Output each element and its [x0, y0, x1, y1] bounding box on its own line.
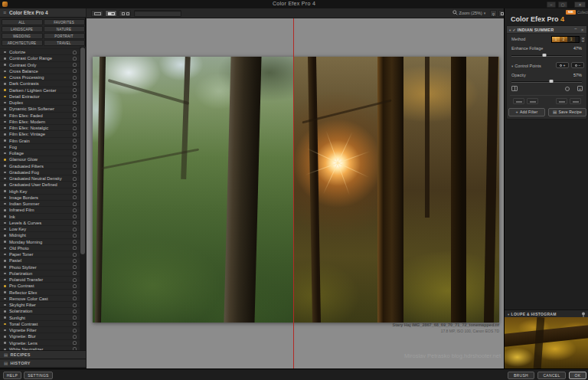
control-points-collapse-icon[interactable]: ▾	[511, 64, 513, 68]
filter-preview-icon[interactable]	[73, 76, 77, 80]
filter-item-low-key[interactable]: Low Key	[0, 226, 80, 232]
filter-item-fog[interactable]: Fog	[0, 144, 80, 150]
filter-item-paper-toner[interactable]: Paper Toner	[0, 251, 80, 257]
compare-button[interactable]	[134, 10, 181, 17]
filter-preview-icon[interactable]	[73, 240, 77, 244]
minimize-button[interactable]: –	[547, 2, 556, 8]
method-thumb-2[interactable]: 2	[560, 37, 567, 42]
filter-preview-icon[interactable]	[73, 303, 77, 307]
filter-item-darken-lighten-center[interactable]: Darken / Lighten Center	[0, 87, 80, 93]
filter-remove-icon[interactable]: ✕	[581, 26, 584, 34]
history-section[interactable]: ▤HISTORY	[0, 359, 86, 367]
filter-item-contrast-color-range[interactable]: Contrast Color Range	[0, 55, 80, 61]
filter-item-dark-contrasts[interactable]: Dark Contrasts	[0, 80, 80, 87]
zoom-control[interactable]: Zoom (25%)▾	[452, 10, 485, 17]
filter-item-ink[interactable]: Ink	[0, 214, 80, 220]
filter-item-pastel[interactable]: Pastel	[0, 257, 80, 264]
filter-item-midnight[interactable]: Midnight	[0, 232, 80, 238]
filter-preview-icon[interactable]	[73, 63, 77, 67]
enhance-foliage-slider[interactable]	[511, 54, 582, 57]
filter-preview-icon[interactable]	[73, 202, 77, 206]
filter-item-colorize[interactable]: Colorize	[0, 49, 80, 55]
filter-item-photo-stylizer[interactable]: Photo Stylizer	[0, 264, 80, 270]
loupe-collapse-icon[interactable]: ▾	[508, 313, 510, 316]
filter-preview-icon[interactable]	[73, 107, 77, 111]
filter-preview-icon[interactable]	[73, 271, 77, 275]
category-favorites[interactable]: FAVORITES	[44, 19, 85, 25]
filter-preview-icon[interactable]	[73, 57, 77, 61]
filter-item-indian-summer[interactable]: Indian Summer	[0, 201, 80, 207]
filter-preview-icon[interactable]	[73, 158, 77, 162]
close-button[interactable]: ✕	[574, 2, 586, 8]
filter-enabled-checkbox[interactable]: ✓	[512, 28, 515, 32]
filter-item-polarization[interactable]: Polarization	[0, 270, 80, 277]
filter-preview-icon[interactable]	[73, 94, 77, 98]
columns-icon[interactable]	[511, 86, 518, 91]
slider-thumb[interactable]	[543, 54, 547, 57]
filter-preview-icon[interactable]	[73, 195, 77, 199]
filter-card-header[interactable]: ▾✓INDIAN SUMMER − ✕	[507, 26, 586, 34]
filter-preview-icon[interactable]	[73, 139, 77, 142]
filter-item-infrared-film[interactable]: Infrared Film	[0, 207, 80, 213]
filter-preview-icon[interactable]	[73, 101, 77, 105]
filter-item-sunlight[interactable]: Sunlight	[0, 315, 80, 321]
slider-track[interactable]	[511, 81, 582, 83]
filter-preview-icon[interactable]	[73, 120, 77, 123]
filter-item-glamour-glow[interactable]: Glamour Glow	[0, 156, 80, 162]
side-by-side-view-button[interactable]	[119, 10, 131, 17]
filter-preview-icon[interactable]	[73, 329, 77, 332]
filter-item-vignette-filter[interactable]: Vignette Filter	[0, 327, 80, 333]
filter-item-high-key[interactable]: High Key	[0, 188, 80, 195]
filter-preview-icon[interactable]	[73, 133, 77, 136]
add-control-point-button[interactable]: +	[556, 62, 569, 68]
filter-item-polaroid-transfer[interactable]: Polaroid Transfer	[0, 277, 80, 283]
scrollbar-thumb[interactable]	[80, 48, 85, 254]
filter-item-graduated-fog[interactable]: Graduated Fog	[0, 169, 80, 175]
filter-preview-icon[interactable]	[73, 316, 77, 319]
filter-item-skylight-filter[interactable]: Skylight Filter	[0, 302, 80, 308]
reset-circle-icon[interactable]	[565, 87, 570, 91]
category-portrait[interactable]: PORTRAIT	[44, 33, 85, 39]
filter-preview-icon[interactable]	[73, 145, 77, 149]
filter-preview-icon[interactable]	[73, 164, 77, 168]
filter-item-film-efex-modern[interactable]: Film Efex: Modern	[0, 119, 80, 125]
filter-item-film-efex-vintage[interactable]: Film Efex: Vintage	[0, 131, 80, 137]
category-landscape[interactable]: LANDSCAPE	[2, 26, 43, 32]
filter-preview-icon[interactable]	[73, 208, 77, 212]
filter-preview-icon[interactable]	[73, 170, 77, 174]
shadow-slider-mini-button[interactable]	[513, 98, 524, 104]
filter-preview-icon[interactable]	[73, 228, 77, 231]
filter-item-graduated-filters[interactable]: Graduated Filters	[0, 163, 80, 169]
opacity-slider[interactable]	[511, 80, 582, 83]
filter-item-foliage[interactable]: Foliage	[0, 150, 80, 156]
filter-preview-icon[interactable]	[73, 296, 77, 300]
split-preview-divider[interactable]	[293, 18, 294, 369]
filter-item-tonal-contrast[interactable]: Tonal Contrast	[0, 321, 80, 327]
filter-preview-icon[interactable]	[73, 69, 77, 73]
maximize-button[interactable]: ▢	[558, 2, 567, 8]
background-brightness-icon[interactable]: ϙ	[490, 10, 497, 17]
filter-preview-icon[interactable]	[73, 322, 77, 326]
highlight-slider-mini-button[interactable]	[570, 98, 581, 104]
single-view-button[interactable]	[91, 10, 103, 17]
filter-item-solarization[interactable]: Solarization	[0, 308, 80, 314]
expand-plus-icon[interactable]: +	[577, 86, 583, 91]
filter-item-vignette-blur[interactable]: Vignette: Blur	[0, 333, 80, 339]
filter-preview-icon[interactable]	[73, 278, 77, 282]
ok-button[interactable]: OK	[569, 372, 586, 379]
filter-item-detail-extractor[interactable]: Detail Extractor	[0, 93, 80, 100]
category-architecture[interactable]: ARCHITECTURE	[2, 40, 43, 46]
category-nature[interactable]: NATURE	[44, 26, 85, 32]
filter-preview-icon[interactable]	[73, 265, 77, 269]
collapse-icon[interactable]: ▾	[509, 28, 511, 32]
help-button[interactable]: HELP	[3, 372, 21, 379]
filter-preview-icon[interactable]	[73, 259, 77, 263]
filter-minimize-icon[interactable]: −	[574, 26, 577, 33]
sidebar-header[interactable]: ≡Color Efex Pro 4	[0, 8, 86, 18]
filter-preview-icon[interactable]	[73, 284, 77, 288]
filter-preview-icon[interactable]	[73, 310, 77, 313]
filter-preview-icon[interactable]	[73, 253, 77, 257]
filter-item-contrast-only[interactable]: Contrast Only	[0, 62, 80, 68]
filter-preview-icon[interactable]	[73, 88, 77, 92]
add-filter-button[interactable]: +Add Filter	[508, 108, 545, 116]
